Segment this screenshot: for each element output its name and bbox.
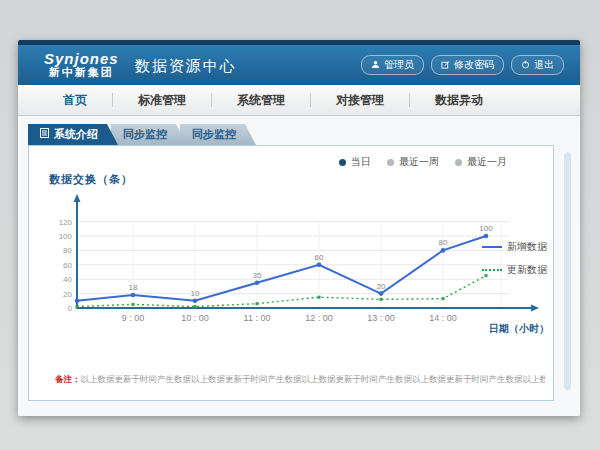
svg-text:14 : 00: 14 : 00: [429, 313, 457, 323]
dotted-line-swatch-icon: [482, 269, 502, 271]
main-nav: 首页 标准管理 系统管理 对接管理 数据异动: [18, 85, 580, 116]
svg-text:60: 60: [315, 253, 324, 262]
change-password-label: 修改密码: [454, 58, 494, 72]
nav-item-data-change[interactable]: 数据异动: [410, 85, 508, 115]
logout-label: 退出: [534, 58, 554, 72]
content-area: 系统介绍 同步监控 同步监控 当日 最近一周: [18, 116, 580, 416]
user-icon: [371, 60, 380, 71]
radio-dot-icon: [387, 159, 394, 166]
nav-item-home[interactable]: 首页: [38, 85, 112, 115]
svg-text:20: 20: [63, 290, 72, 299]
desktop-background: Synjones 新中新集团 数据资源中心 管理员 修改密码 退出: [0, 0, 600, 450]
tab-bar: 系统介绍 同步监控 同步监控: [18, 116, 580, 145]
legend-item-new-data: 新增数据: [482, 240, 547, 254]
period-label: 最近一周: [399, 155, 439, 169]
svg-text:11 : 00: 11 : 00: [244, 313, 271, 323]
admin-user-button[interactable]: 管理员: [361, 55, 424, 75]
svg-text:18: 18: [129, 283, 138, 292]
y-axis-title: 数据交换（条）: [49, 172, 133, 187]
period-filter: 当日 最近一周 最近一月: [339, 155, 507, 169]
tab-system-intro[interactable]: 系统介绍: [28, 124, 118, 145]
svg-text:20: 20: [377, 282, 386, 291]
tab-label: 系统介绍: [54, 124, 98, 145]
line-chart: 0204060801001209 : 0010 : 0011 : 0012 : …: [31, 190, 551, 340]
vertical-scrollbar[interactable]: [564, 152, 571, 390]
svg-text:35: 35: [253, 271, 262, 280]
svg-text:9 : 00: 9 : 00: [122, 313, 145, 323]
admin-user-label: 管理员: [384, 58, 414, 72]
svg-text:日期（小时）: 日期（小时）: [489, 323, 549, 334]
chart-panel: 当日 最近一周 最近一月 数据交换（条） 0204060801001209 : …: [28, 145, 554, 401]
nav-item-system-mgmt[interactable]: 系统管理: [212, 85, 310, 115]
document-icon: [40, 124, 49, 145]
solid-line-swatch-icon: [482, 246, 502, 248]
period-option-last-week[interactable]: 最近一周: [387, 155, 439, 169]
period-option-last-month[interactable]: 最近一月: [455, 155, 507, 169]
footnote-text: 以上数据更新于时间产生数据以上数据更新于时间产生数据以上数据更新于时间产生数据以…: [81, 374, 546, 384]
svg-text:12 : 00: 12 : 00: [305, 313, 333, 323]
svg-text:10 : 00: 10 : 00: [181, 313, 209, 323]
company-name: 新中新集团: [44, 66, 119, 79]
period-label: 当日: [351, 155, 371, 169]
svg-text:40: 40: [63, 275, 72, 284]
svg-text:13 : 00: 13 : 00: [367, 313, 395, 323]
radio-dot-icon: [339, 159, 346, 166]
period-label: 最近一月: [467, 155, 507, 169]
logout-icon: [521, 60, 530, 71]
svg-text:60: 60: [63, 261, 72, 270]
tab-sync-monitor-2[interactable]: 同步监控: [180, 124, 256, 145]
legend-label: 更新数据: [507, 263, 547, 277]
svg-text:100: 100: [59, 232, 73, 241]
edit-icon: [441, 60, 450, 71]
svg-text:80: 80: [439, 238, 448, 247]
logout-button[interactable]: 退出: [511, 55, 564, 75]
legend-item-updated-data: 更新数据: [482, 263, 547, 277]
footnote-prefix: 备注：: [55, 374, 81, 384]
page-title: 数据资源中心: [135, 57, 237, 76]
legend-label: 新增数据: [507, 240, 547, 254]
brand-name: Synjones: [44, 51, 119, 66]
change-password-button[interactable]: 修改密码: [431, 55, 504, 75]
user-actions: 管理员 修改密码 退出: [361, 55, 564, 75]
app-window: Synjones 新中新集团 数据资源中心 管理员 修改密码 退出: [18, 40, 580, 416]
app-header: Synjones 新中新集团 数据资源中心 管理员 修改密码 退出: [18, 45, 580, 85]
svg-text:120: 120: [59, 218, 73, 227]
svg-text:0: 0: [68, 304, 73, 313]
company-logo: Synjones 新中新集团: [44, 51, 119, 79]
svg-text:10: 10: [191, 289, 200, 298]
radio-dot-icon: [455, 159, 462, 166]
chart-legend: 新增数据 更新数据: [482, 240, 547, 277]
svg-text:80: 80: [63, 246, 72, 255]
tab-sync-monitor-1[interactable]: 同步监控: [111, 124, 187, 145]
svg-text:100: 100: [479, 224, 493, 233]
nav-item-standard-mgmt[interactable]: 标准管理: [113, 85, 211, 115]
nav-item-interface-mgmt[interactable]: 对接管理: [311, 85, 409, 115]
footnote: 备注：以上数据更新于时间产生数据以上数据更新于时间产生数据以上数据更新于时间产生…: [55, 374, 545, 386]
period-option-today[interactable]: 当日: [339, 155, 371, 169]
